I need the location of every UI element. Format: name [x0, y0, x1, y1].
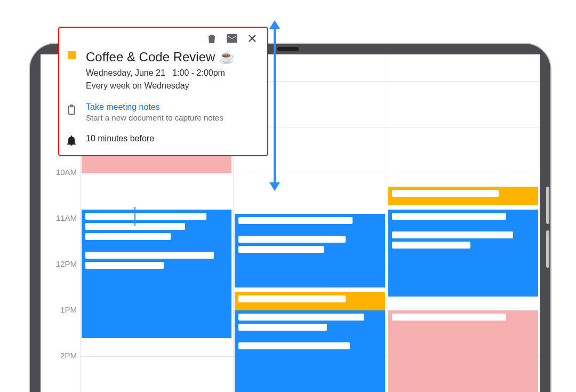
delete-icon[interactable]: [206, 33, 217, 44]
device-camera-notch: [277, 47, 299, 51]
event-datetime: Wednesday, June 21 1:00 - 2:00pm: [86, 68, 260, 78]
event-text-placeholder: [392, 190, 499, 197]
event-text-placeholder: [238, 236, 345, 243]
hour-label: 10AM: [47, 168, 77, 177]
hour-label: 11AM: [47, 214, 77, 222]
pointer-line: [134, 207, 135, 226]
calendar-event[interactable]: [235, 310, 385, 392]
calendar-event[interactable]: [388, 310, 538, 392]
email-icon[interactable]: [227, 33, 237, 44]
measure-arrow-vertical: [274, 28, 276, 183]
event-text-placeholder: [392, 231, 513, 238]
take-meeting-notes-link[interactable]: Take meeting notes: [86, 102, 260, 112]
take-meeting-notes-desc: Start a new document to capture notes: [86, 113, 260, 122]
event-reminder: 10 minutes before: [86, 133, 154, 143]
event-text-placeholder: [238, 314, 364, 321]
close-icon[interactable]: [247, 33, 258, 44]
calendar-event[interactable]: [235, 214, 385, 287]
device-side-button: [546, 187, 549, 224]
event-text-placeholder: [238, 342, 350, 349]
event-text-placeholder: [238, 217, 353, 224]
clipboard-icon: [67, 102, 76, 115]
event-text-placeholder: [85, 213, 206, 220]
event-text-placeholder: [85, 252, 214, 259]
event-text-placeholder: [238, 246, 324, 253]
hour-label: 1PM: [47, 306, 77, 314]
event-detail-popup: Coffee & Code Review ☕ Wednesday, June 2…: [58, 27, 268, 156]
hour-gridline: [80, 173, 540, 173]
bell-icon: [67, 133, 76, 146]
event-color-swatch: [68, 51, 76, 59]
event-title: Coffee & Code Review ☕: [86, 49, 260, 65]
event-text-placeholder: [392, 314, 506, 321]
event-recurrence: Every week on Wednesday: [86, 81, 260, 91]
hour-label: 12PM: [47, 260, 77, 268]
event-text-placeholder: [392, 213, 506, 220]
day-gridline: [387, 54, 387, 392]
event-text-placeholder: [392, 242, 470, 249]
event-text-placeholder: [85, 233, 171, 240]
device-side-button: [546, 230, 549, 268]
event-text-placeholder: [238, 324, 327, 331]
calendar-event[interactable]: [388, 210, 538, 297]
calendar-event[interactable]: [388, 187, 538, 205]
hour-label: 2PM: [47, 351, 77, 360]
calendar-event[interactable]: [82, 210, 231, 338]
calendar-event[interactable]: [235, 292, 385, 310]
event-text-placeholder: [85, 262, 164, 269]
event-text-placeholder: [238, 295, 345, 302]
